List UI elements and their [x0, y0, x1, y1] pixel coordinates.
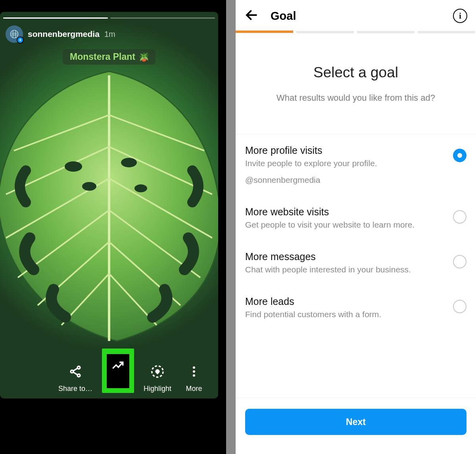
- option-sub: @sonnenbergmedia: [245, 175, 446, 185]
- highlight-button[interactable]: Highlight: [144, 364, 171, 393]
- goal-screen: Goal i Select a goal What results would …: [236, 0, 476, 454]
- more-label: More: [186, 385, 202, 393]
- share-button[interactable]: Share to…: [58, 364, 92, 393]
- option-desc: Chat with people interested in your busi…: [245, 265, 446, 274]
- goal-option-messages[interactable]: More messages Chat with people intereste…: [236, 241, 476, 285]
- share-label: Share to…: [58, 385, 92, 393]
- step-segment: [296, 31, 354, 33]
- goal-heading: Select a goal What results would you lik…: [236, 64, 476, 103]
- radio-unselected[interactable]: [453, 300, 466, 313]
- goal-heading-title: Select a goal: [236, 64, 476, 81]
- radio-unselected[interactable]: [453, 210, 466, 224]
- share-icon: [68, 364, 83, 379]
- story-progress: [3, 17, 215, 19]
- step-segment: [357, 31, 415, 33]
- highlight-icon: [150, 364, 165, 379]
- goal-heading-subtitle: What results would you like from this ad…: [236, 93, 476, 103]
- option-title: More messages: [245, 251, 446, 262]
- story-progress-segment: [110, 17, 215, 19]
- option-desc: Invite people to explore your profile.: [245, 159, 446, 168]
- radio-selected[interactable]: [453, 149, 466, 162]
- option-desc: Get people to visit your website to lear…: [245, 220, 446, 230]
- story-actions: Share to… Boost: [58, 349, 207, 393]
- next-button[interactable]: Next: [245, 409, 466, 435]
- story-header[interactable]: + sonnenbergmedia 1m: [6, 25, 115, 43]
- story-time: 1m: [104, 30, 115, 39]
- svg-point-4: [134, 184, 147, 192]
- svg-point-2: [82, 182, 96, 191]
- option-title: More profile visits: [245, 145, 446, 156]
- more-icon: [186, 364, 202, 379]
- info-icon: i: [459, 11, 461, 21]
- story-username[interactable]: sonnenbergmedia: [28, 29, 100, 39]
- story-view: + sonnenbergmedia 1m Monstera Plant 🪴: [0, 0, 226, 454]
- bottom-bar: Next: [236, 397, 476, 454]
- more-button[interactable]: More: [181, 364, 207, 393]
- option-title: More website visits: [245, 206, 446, 218]
- boost-label: Boost: [110, 379, 126, 386]
- step-segment: [418, 31, 475, 33]
- boost-button-highlighted[interactable]: Boost: [102, 349, 134, 393]
- svg-point-0: [10, 30, 18, 38]
- goal-option-profile-visits[interactable]: More profile visits Invite people to exp…: [236, 134, 476, 196]
- plant-emoji-icon: 🪴: [138, 52, 149, 62]
- sticker-text: Monstera Plant: [70, 52, 135, 62]
- step-segment: [236, 31, 293, 33]
- goal-option-leads[interactable]: More leads Find potential customers with…: [236, 285, 476, 330]
- page-title: Goal: [271, 10, 453, 23]
- add-story-badge-icon[interactable]: +: [17, 36, 24, 44]
- story-link-sticker[interactable]: Monstera Plant 🪴: [63, 49, 155, 65]
- svg-point-1: [65, 161, 82, 172]
- arrow-left-icon: [244, 8, 259, 22]
- story-card[interactable]: + sonnenbergmedia 1m Monstera Plant 🪴: [0, 12, 218, 398]
- info-button[interactable]: i: [453, 9, 467, 23]
- panel-divider: [226, 0, 236, 454]
- option-desc: Find potential customers with a form.: [245, 310, 446, 319]
- option-title: More leads: [245, 296, 446, 307]
- story-image: [0, 67, 218, 345]
- goal-options-list: More profile visits Invite people to exp…: [236, 134, 476, 330]
- highlight-label: Highlight: [144, 385, 171, 393]
- svg-point-3: [121, 158, 137, 167]
- back-button[interactable]: [244, 8, 260, 24]
- boost-icon: [110, 358, 125, 373]
- radio-unselected[interactable]: [453, 255, 466, 268]
- goal-option-website-visits[interactable]: More website visits Get people to visit …: [236, 196, 476, 241]
- avatar[interactable]: +: [6, 25, 23, 43]
- top-bar: Goal i: [236, 0, 476, 32]
- step-progress: [236, 31, 476, 33]
- story-progress-segment: [3, 17, 108, 19]
